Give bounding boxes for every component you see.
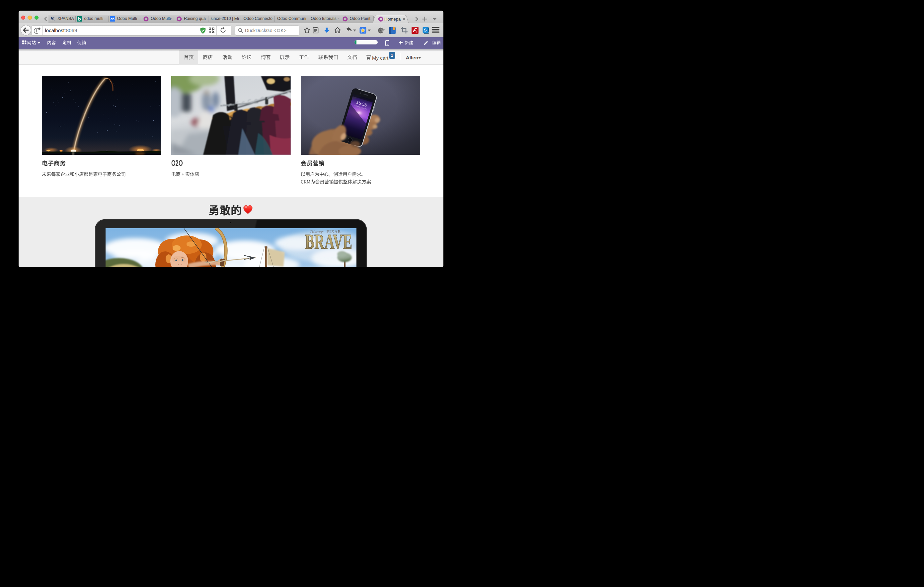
svg-text:Homepa: Homepa <box>384 16 401 21</box>
svg-text:BRAVE: BRAVE <box>305 230 352 253</box>
svg-text:S: S <box>424 28 427 33</box>
